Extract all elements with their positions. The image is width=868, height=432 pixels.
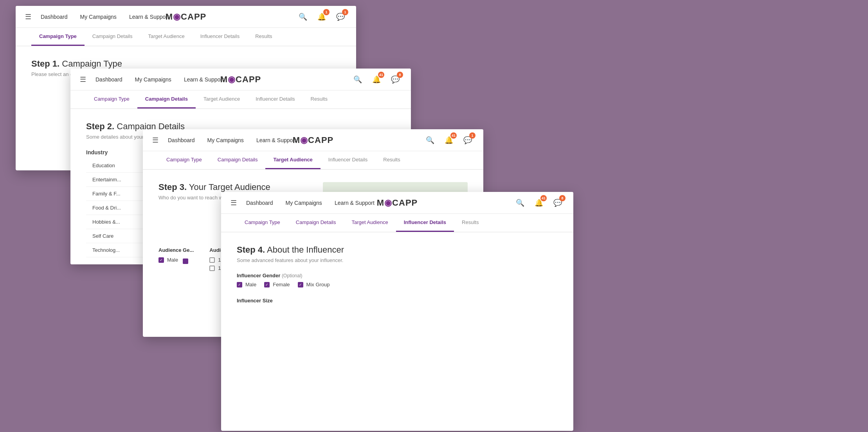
search-button-w1[interactable]: 🔍 xyxy=(297,11,309,23)
tab-influencer-details-w3[interactable]: Influencer Details xyxy=(321,151,375,169)
infl-gender-label: Influencer Gender (Optional) xyxy=(237,273,558,278)
tab-results-w3[interactable]: Results xyxy=(375,151,408,169)
logo-w3: M◉CAPP xyxy=(293,135,333,145)
messages-button-w1[interactable]: 💬 1 xyxy=(334,11,347,23)
infl-gender-male-row: Male xyxy=(237,282,256,287)
tabs-w3: Campaign Type Campaign Details Target Au… xyxy=(143,151,483,170)
search-button-w3[interactable]: 🔍 xyxy=(424,134,436,146)
nav-learnsupport-w3[interactable]: Learn & Support xyxy=(256,137,296,143)
tab-campaign-type-w3[interactable]: Campaign Type xyxy=(158,151,210,169)
menu-icon-w1[interactable]: ☰ xyxy=(25,13,31,21)
tab-target-audience-w1[interactable]: Target Audience xyxy=(140,28,192,46)
tab-target-audience-w3[interactable]: Target Audience xyxy=(265,151,320,169)
infl-gender-female-row: Female xyxy=(264,282,290,287)
window-step4: ☰ Dashboard My Campaigns Learn & Support… xyxy=(221,192,573,431)
tabs-w2: Campaign Type Campaign Details Target Au… xyxy=(70,90,411,109)
logo-w4: M◉CAPP xyxy=(377,198,418,208)
nav-mycampaigns-w4[interactable]: My Campaigns xyxy=(286,200,322,206)
age-1824-checkbox[interactable] xyxy=(209,266,215,271)
messages-button-w4[interactable]: 💬 8 xyxy=(551,197,564,209)
tab-campaign-type-w4[interactable]: Campaign Type xyxy=(237,214,288,232)
nav-dashboard-w3[interactable]: Dashboard xyxy=(168,137,195,143)
tab-campaign-details-w1[interactable]: Campaign Details xyxy=(85,28,140,46)
msg-badge-w3: 1 xyxy=(469,132,475,139)
tabs-w4: Campaign Type Campaign Details Target Au… xyxy=(221,214,573,232)
tab-campaign-details-w4[interactable]: Campaign Details xyxy=(288,214,344,232)
navbar-w2: ☰ Dashboard My Campaigns Learn & Support… xyxy=(70,69,411,90)
step-title-w3: Step 3. Your Target Audience xyxy=(158,182,323,192)
nav-mycampaigns-w3[interactable]: My Campaigns xyxy=(207,137,244,143)
nav-learnsupport-w2[interactable]: Learn & Support xyxy=(184,76,224,83)
infl-gender-mixgroup-row: Mix Group xyxy=(298,282,330,287)
audience-gender-section: Audience Ge... Male xyxy=(158,247,194,282)
infl-gender-female-checkbox[interactable] xyxy=(264,282,270,287)
tab-campaign-details-w3[interactable]: Campaign Details xyxy=(210,151,266,169)
step-title-w4: Step 4. About the Influencer xyxy=(237,245,558,255)
nav-learnsupport-w4[interactable]: Learn & Support xyxy=(335,200,375,206)
nav-dashboard-w4[interactable]: Dashboard xyxy=(246,200,273,206)
menu-icon-w2[interactable]: ☰ xyxy=(80,75,86,84)
age-1317-checkbox[interactable] xyxy=(209,257,215,263)
step-subtitle-w4: Some advanced features about your influe… xyxy=(237,257,558,263)
influencer-size-section: Influencer Size xyxy=(237,298,558,304)
tab-results-w4[interactable]: Results xyxy=(454,214,486,232)
navbar-actions-w1: 🔍 🔔 1 💬 1 xyxy=(297,11,347,23)
navbar-w3: ☰ Dashboard My Campaigns Learn & Support… xyxy=(143,129,483,151)
tab-campaign-type-w2[interactable]: Campaign Type xyxy=(86,90,137,108)
menu-icon-w3[interactable]: ☰ xyxy=(152,136,158,145)
gender-male-label: Male xyxy=(167,257,178,263)
step-title-w1: Step 1. Campaign Type xyxy=(31,59,340,69)
tab-results-w1[interactable]: Results xyxy=(247,28,280,46)
messages-button-w2[interactable]: 💬 8 xyxy=(389,73,402,86)
infl-gender-female-label: Female xyxy=(273,282,290,287)
notif-badge-w4: 41 xyxy=(540,195,547,201)
tab-campaign-type-w1[interactable]: Campaign Type xyxy=(31,28,85,46)
search-button-w4[interactable]: 🔍 xyxy=(514,197,526,209)
notifications-button-w3[interactable]: 🔔 41 xyxy=(443,134,455,146)
notif-badge-w1: 1 xyxy=(323,9,330,15)
navbar-actions-w3: 🔍 🔔 41 💬 1 xyxy=(424,134,474,146)
logo-w1: M◉CAPP xyxy=(166,12,206,22)
infl-gender-male-label: Male xyxy=(245,282,256,287)
audience-gender-label: Audience Ge... xyxy=(158,247,194,253)
nav-dashboard-w2[interactable]: Dashboard xyxy=(95,76,122,83)
nav-mycampaigns-w1[interactable]: My Campaigns xyxy=(80,14,117,20)
tabs-w1: Campaign Type Campaign Details Target Au… xyxy=(16,28,356,46)
tab-influencer-details-w1[interactable]: Influencer Details xyxy=(193,28,247,46)
tab-results-w2[interactable]: Results xyxy=(303,90,335,108)
influencer-gender-section: Influencer Gender (Optional) Male Female… xyxy=(237,273,558,290)
messages-button-w3[interactable]: 💬 1 xyxy=(461,134,474,146)
tab-campaign-details-w2[interactable]: Campaign Details xyxy=(137,90,196,108)
notifications-button-w1[interactable]: 🔔 1 xyxy=(315,11,328,23)
gender-male-row: Male xyxy=(158,257,178,263)
infl-gender-options: Male Female Mix Group xyxy=(237,282,558,290)
nav-learnsupport-w1[interactable]: Learn & Support xyxy=(129,14,169,20)
tab-influencer-details-w4[interactable]: Influencer Details xyxy=(396,214,454,232)
msg-badge-w4: 8 xyxy=(559,195,565,201)
search-button-w2[interactable]: 🔍 xyxy=(351,73,364,86)
navbar-actions-w2: 🔍 🔔 41 💬 8 xyxy=(351,73,402,86)
notifications-button-w4[interactable]: 🔔 41 xyxy=(533,197,545,209)
tab-influencer-details-w2[interactable]: Influencer Details xyxy=(248,90,303,108)
notifications-button-w2[interactable]: 🔔 41 xyxy=(370,73,383,86)
gender-male-checkbox[interactable] xyxy=(158,257,164,263)
infl-gender-male-checkbox[interactable] xyxy=(237,282,242,287)
tab-target-audience-w4[interactable]: Target Audience xyxy=(344,214,396,232)
nav-dashboard-w1[interactable]: Dashboard xyxy=(41,14,68,20)
color-swatch-female xyxy=(183,258,188,264)
infl-gender-mixgroup-checkbox[interactable] xyxy=(298,282,303,287)
nav-mycampaigns-w2[interactable]: My Campaigns xyxy=(135,76,171,83)
menu-icon-w4[interactable]: ☰ xyxy=(231,199,237,207)
msg-badge-w1: 1 xyxy=(342,9,348,15)
tab-target-audience-w2[interactable]: Target Audience xyxy=(196,90,248,108)
msg-badge-w2: 8 xyxy=(397,72,403,78)
infl-size-label: Influencer Size xyxy=(237,298,558,304)
navbar-actions-w4: 🔍 🔔 41 💬 8 xyxy=(514,197,564,209)
content-w4: Step 4. About the Influencer Some advanc… xyxy=(221,232,573,319)
navbar-w4: ☰ Dashboard My Campaigns Learn & Support… xyxy=(221,192,573,214)
infl-gender-mixgroup-label: Mix Group xyxy=(306,282,330,287)
navbar-w1: ☰ Dashboard My Campaigns Learn & Support… xyxy=(16,6,356,28)
infl-gender-optional: (Optional) xyxy=(282,273,303,278)
logo-w2: M◉CAPP xyxy=(220,74,261,85)
notif-badge-w2: 41 xyxy=(378,72,384,78)
